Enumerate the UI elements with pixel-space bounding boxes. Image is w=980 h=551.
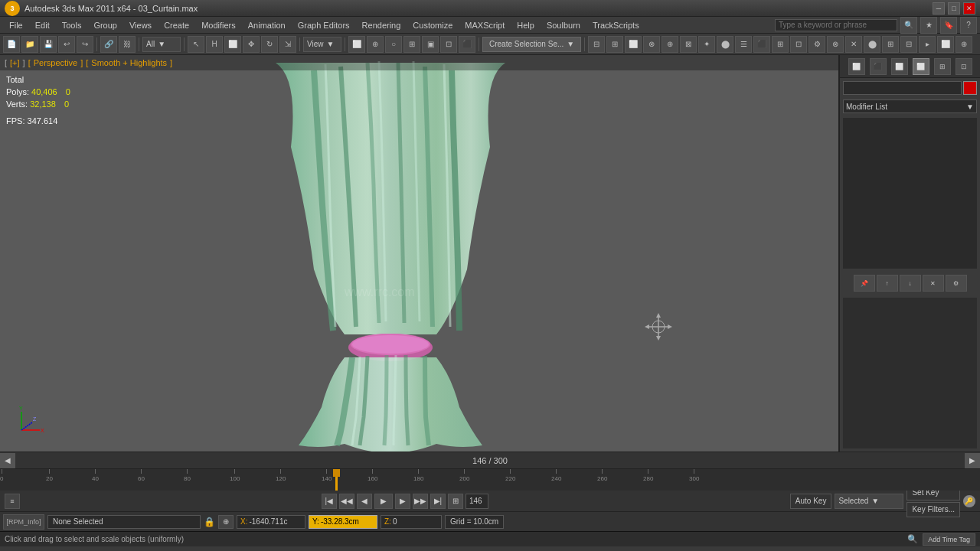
menu-customize[interactable]: Customize: [407, 19, 459, 31]
tb-btn11[interactable]: ⊗: [643, 36, 660, 53]
play-button[interactable]: ▶: [374, 494, 393, 509]
prev-frame-button-2[interactable]: ◀: [357, 494, 372, 509]
next-key-button[interactable]: ▶▶: [413, 494, 428, 509]
tb-btn19[interactable]: ⊡: [790, 36, 807, 53]
selection-filter-dropdown[interactable]: All▼: [142, 37, 181, 52]
tb-btn25[interactable]: ⊟: [900, 36, 917, 53]
maximize-button[interactable]: □: [948, 2, 960, 15]
tb-btn4[interactable]: ⊞: [403, 36, 420, 53]
menu-animation[interactable]: Animation: [242, 19, 292, 31]
panel-icon-hierarchy[interactable]: ⬜: [891, 58, 908, 75]
vp-plus[interactable]: [+]: [10, 58, 20, 67]
current-frame-input[interactable]: 146: [466, 494, 488, 509]
z-coord-field[interactable]: Z: 0: [381, 515, 442, 529]
auto-key-button[interactable]: Auto Key: [790, 494, 832, 509]
tb-btn14[interactable]: ✦: [698, 36, 715, 53]
mod-up-btn[interactable]: ↑: [877, 275, 898, 292]
add-time-tag-button[interactable]: Add Time Tag: [923, 533, 975, 546]
select-btn[interactable]: ↖: [188, 36, 204, 53]
tb-btn3[interactable]: ○: [385, 36, 402, 53]
panel-icon-modifier[interactable]: ⬛: [870, 58, 887, 75]
tb-btn27[interactable]: ⬜: [937, 36, 954, 53]
mod-remove-btn[interactable]: ✕: [923, 275, 944, 292]
mod-down-btn[interactable]: ↓: [900, 275, 921, 292]
highlight-button[interactable]: ★: [920, 17, 937, 34]
next-frame-button[interactable]: ▶: [965, 453, 980, 468]
vp-perspective-label[interactable]: Perspective: [34, 58, 77, 67]
timeline-mode-btn[interactable]: ≡: [5, 494, 20, 509]
menu-tools[interactable]: Tools: [56, 19, 88, 31]
mag-icon[interactable]: 🔍: [907, 534, 918, 544]
menu-group[interactable]: Group: [87, 19, 123, 31]
menu-graph-editors[interactable]: Graph Editors: [292, 19, 356, 31]
rotate-btn[interactable]: ↻: [261, 36, 278, 53]
tb-btn1[interactable]: ⬜: [348, 36, 365, 53]
search-button[interactable]: 🔍: [900, 17, 917, 34]
tb-btn21[interactable]: ⊗: [827, 36, 844, 53]
tb-btn16[interactable]: ☰: [735, 36, 752, 53]
panel-icon-motion[interactable]: ⬜: [913, 58, 929, 75]
menu-rendering[interactable]: Rendering: [356, 19, 407, 31]
go-to-start-button[interactable]: |◀: [322, 494, 337, 509]
object-name-input[interactable]: [843, 81, 962, 95]
tb-btn22[interactable]: ✕: [845, 36, 862, 53]
move-btn[interactable]: ✥: [243, 36, 260, 53]
key-icon[interactable]: 🔑: [963, 495, 975, 507]
tb-btn20[interactable]: ⚙: [808, 36, 825, 53]
tb-btn9[interactable]: ⊞: [606, 36, 623, 53]
tb-btn28[interactable]: ⊕: [956, 36, 972, 53]
create-selection-dropdown[interactable]: Create Selection Se...▼: [482, 37, 581, 52]
tb-btn24[interactable]: ⊞: [882, 36, 899, 53]
open-btn[interactable]: 📁: [21, 36, 38, 53]
menu-file[interactable]: File: [3, 19, 29, 31]
tb-btn15[interactable]: ⬤: [717, 36, 733, 53]
object-info-label[interactable]: [RPM_Info]: [3, 514, 44, 530]
tb-btn6[interactable]: ⊡: [440, 36, 457, 53]
go-to-end-button[interactable]: ▶|: [430, 494, 446, 509]
timeline-track[interactable]: 0 20 40 60 80 100 120 140 160 180 200 22…: [0, 469, 980, 491]
tb-btn8[interactable]: ⊟: [588, 36, 605, 53]
tb-btn18[interactable]: ⊞: [772, 36, 789, 53]
help-button[interactable]: ?: [960, 17, 977, 34]
play-options-btn[interactable]: ⊞: [448, 494, 463, 509]
unlink-btn[interactable]: ⛓: [119, 36, 136, 53]
x-coord-field[interactable]: X: -1640.711c: [237, 515, 305, 529]
tb-btn7[interactable]: ⬛: [459, 36, 475, 53]
viewport[interactable]: [ [+] ] [ Perspective ] [ Smooth + Highl…: [0, 55, 838, 452]
vp-shading-label[interactable]: Smooth + Highlights: [91, 58, 167, 67]
panel-icon-display[interactable]: ⊞: [934, 58, 951, 75]
lock-icon[interactable]: 🔒: [204, 517, 215, 527]
tb-btn5[interactable]: ▣: [422, 36, 439, 53]
menu-maxscript[interactable]: MAXScript: [459, 19, 511, 31]
minimize-button[interactable]: ─: [933, 2, 945, 15]
mod-config-btn[interactable]: ⚙: [946, 275, 967, 292]
link-btn[interactable]: 🔗: [100, 36, 117, 53]
panel-icon-utilities[interactable]: ⊡: [956, 58, 972, 75]
menu-soulburn[interactable]: Soulburn: [541, 19, 586, 31]
mod-pin-btn[interactable]: 📌: [854, 275, 875, 292]
new-btn[interactable]: 📄: [3, 36, 20, 53]
scale-btn[interactable]: ⇲: [279, 36, 296, 53]
menu-modifiers[interactable]: Modifiers: [195, 19, 242, 31]
save-btn[interactable]: 💾: [40, 36, 57, 53]
tb-btn23[interactable]: ⬤: [864, 36, 880, 53]
snap-icon[interactable]: ⊕: [218, 515, 234, 529]
menu-help[interactable]: Help: [511, 19, 541, 31]
view-dropdown[interactable]: View▼: [303, 37, 341, 52]
object-color-button[interactable]: [963, 81, 977, 95]
vp-perspective[interactable]: [: [28, 58, 31, 67]
tb-btn12[interactable]: ⊕: [662, 36, 678, 53]
next-frame-button-2[interactable]: ▶: [395, 494, 410, 509]
tb-btn10[interactable]: ⬜: [625, 36, 642, 53]
search-input[interactable]: [775, 19, 897, 31]
rect-sel-btn[interactable]: ⬜: [224, 36, 241, 53]
menu-views[interactable]: Views: [123, 19, 158, 31]
selected-dropdown[interactable]: Selected ▼: [835, 494, 903, 509]
menu-create[interactable]: Create: [158, 19, 195, 31]
tb-btn2[interactable]: ⊕: [367, 36, 384, 53]
modifier-list-dropdown[interactable]: Modifier List ▼: [843, 99, 977, 113]
menu-edit[interactable]: Edit: [29, 19, 56, 31]
undo-btn[interactable]: ↩: [58, 36, 75, 53]
redo-btn[interactable]: ↪: [77, 36, 93, 53]
vp-shading[interactable]: [: [86, 58, 88, 67]
